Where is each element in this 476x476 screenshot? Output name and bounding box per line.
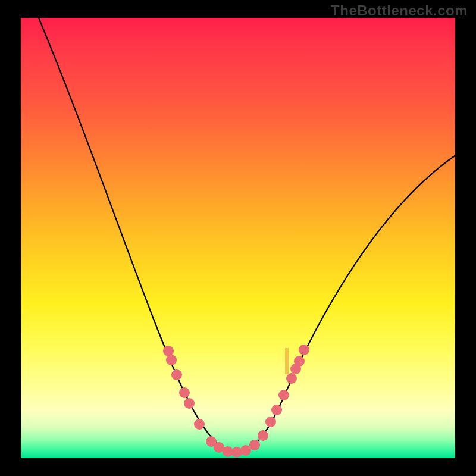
- bottleneck-curve: [39, 18, 455, 452]
- data-marker: [231, 447, 242, 458]
- data-marker: [278, 390, 289, 400]
- data-marker: [184, 398, 195, 409]
- watermark-text: TheBottleneck.com: [331, 2, 468, 19]
- plot-area: [21, 18, 455, 458]
- data-marker: [286, 373, 297, 384]
- data-marker: [171, 369, 182, 380]
- annotation-bar: [285, 348, 289, 374]
- data-marker: [166, 355, 177, 365]
- data-marker: [240, 445, 251, 456]
- data-marker: [258, 430, 268, 441]
- curve-layer: [21, 18, 455, 458]
- data-marker: [265, 416, 276, 427]
- data-marker: [249, 440, 260, 450]
- chart-frame: TheBottleneck.com: [0, 0, 476, 476]
- data-marker: [271, 405, 282, 415]
- data-marker: [294, 356, 305, 367]
- data-marker: [194, 419, 205, 430]
- data-marker: [299, 345, 309, 355]
- data-marker: [179, 387, 190, 398]
